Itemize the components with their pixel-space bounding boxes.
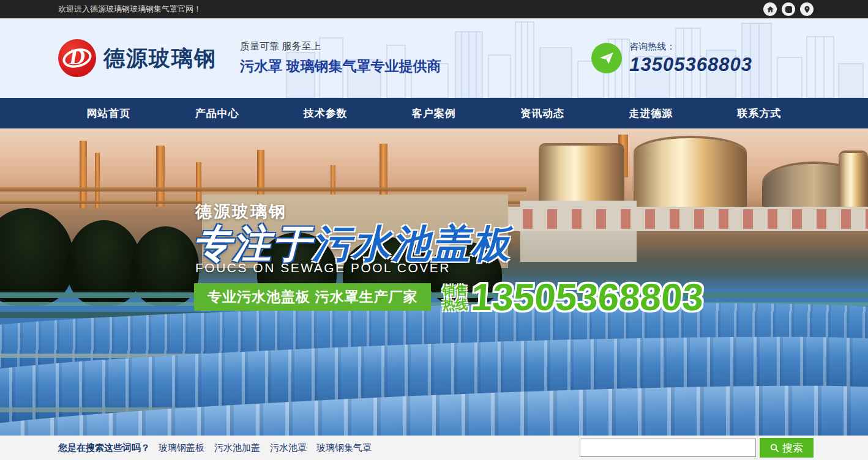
header: D 德源玻璃钢 质量可靠 服务至上 污水罩 玻璃钢集气罩专业提供商 咨询热线： …	[0, 18, 868, 98]
nav-item-contact[interactable]: 联系方式	[705, 98, 814, 128]
keyword-link-3[interactable]: 污水池罩	[270, 442, 307, 454]
home-icon[interactable]	[763, 2, 777, 16]
logo[interactable]: D 德源玻璃钢	[54, 39, 217, 77]
keyword-link-4[interactable]: 玻璃钢集气罩	[316, 442, 372, 454]
welcome-text: 欢迎进入德源玻璃钢玻璃钢集气罩官网！	[54, 4, 201, 15]
nav-item-cases[interactable]: 客户案例	[380, 98, 488, 128]
nav-item-products[interactable]: 产品中心	[163, 98, 271, 128]
topbar: 欢迎进入德源玻璃钢玻璃钢集气罩官网！	[0, 0, 868, 18]
hotline-label: 咨询热线：	[629, 41, 752, 53]
nav-item-about[interactable]: 走进德源	[597, 98, 705, 128]
header-slogan: 质量可靠 服务至上 污水罩 玻璃钢集气罩专业提供商	[240, 40, 441, 76]
social-links	[763, 2, 814, 16]
sales-hotline-label: 销售 热线	[442, 283, 468, 311]
location-icon[interactable]	[800, 2, 814, 16]
search-button-label: 搜索	[782, 441, 803, 455]
search-button[interactable]: 搜索	[760, 438, 814, 458]
logo-text: 德源玻璃钢	[103, 44, 217, 73]
hero-title-main: 污水池盖板	[312, 222, 511, 265]
nav-item-news[interactable]: 资讯动态	[488, 98, 597, 128]
search-icon	[770, 443, 779, 453]
paper-plane-icon	[591, 43, 622, 73]
hotline-number: 13505368803	[629, 54, 752, 76]
search-input[interactable]	[580, 439, 756, 457]
nav-item-specs[interactable]: 技术参数	[271, 98, 380, 128]
slogan-big: 污水罩 玻璃钢集气罩专业提供商	[240, 57, 441, 76]
hero-tagline-button[interactable]: 专业污水池盖板 污水罩生产厂家	[194, 283, 431, 311]
hot-keywords: 玻璃钢盖板 污水池加盖 污水池罩 玻璃钢集气罩	[159, 442, 372, 454]
hero-banner: 德源玻璃钢 专注于污水池盖板 FOUCS ON SEWAGE POOL COVE…	[0, 128, 868, 436]
hero-subtitle-en: FOUCS ON SEWAGE POOL COVER	[195, 261, 451, 275]
search-prompt: 您是在搜索这些词吗？	[54, 442, 150, 454]
nav-item-home[interactable]: 网站首页	[54, 98, 163, 128]
keyword-link-1[interactable]: 玻璃钢盖板	[159, 442, 204, 454]
search-bar-section: 您是在搜索这些词吗？ 玻璃钢盖板 污水池加盖 污水池罩 玻璃钢集气罩 搜索	[0, 436, 868, 460]
sales-hotline-number: 13505368803	[470, 275, 705, 319]
header-hotline: 咨询热线： 13505368803	[591, 41, 814, 76]
logo-icon: D	[58, 39, 96, 77]
keyword-link-2[interactable]: 污水池加盖	[214, 442, 260, 454]
main-nav: 网站首页 产品中心 技术参数 客户案例 资讯动态 走进德源 联系方式	[0, 98, 868, 128]
slogan-small: 质量可靠 服务至上	[240, 40, 441, 53]
instagram-icon[interactable]	[782, 2, 795, 16]
hero-title-prefix: 专注于	[193, 222, 312, 265]
